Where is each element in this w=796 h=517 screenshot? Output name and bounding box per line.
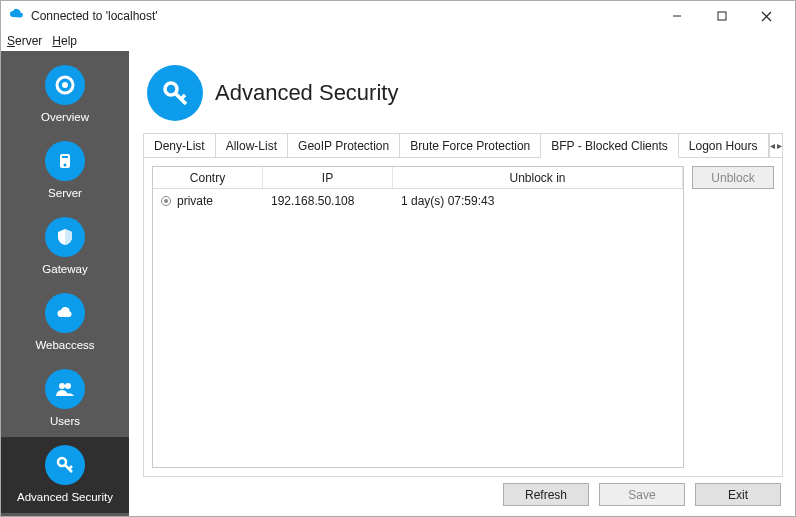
- overview-icon: [45, 65, 85, 105]
- cell-unblock-in: 1 day(s) 07:59:43: [393, 194, 683, 208]
- globe-icon: [161, 196, 171, 206]
- page-title: Advanced Security: [215, 80, 398, 106]
- titlebar: Connected to 'localhost': [1, 1, 795, 31]
- chevron-left-icon: ◂: [770, 140, 775, 151]
- main: Advanced Security Deny-List Allow-List G…: [129, 51, 795, 516]
- svg-point-8: [64, 164, 67, 167]
- footer: Refresh Save Exit: [143, 477, 783, 508]
- sidebar-item-server[interactable]: Server: [1, 133, 129, 209]
- maximize-button[interactable]: [699, 2, 744, 30]
- menu-help[interactable]: Help: [52, 34, 77, 48]
- sidebar-item-label: Webaccess: [35, 339, 94, 351]
- tab-panel: Contry IP Unblock in private 192.168.50.…: [144, 158, 782, 476]
- page-header: Advanced Security: [147, 65, 783, 121]
- svg-line-13: [69, 466, 72, 469]
- cell-ip: 192.168.50.108: [263, 194, 393, 208]
- svg-rect-1: [718, 12, 726, 20]
- sidebar-item-label: Users: [50, 415, 80, 427]
- column-header-unblock-in[interactable]: Unblock in: [393, 167, 683, 188]
- table-actions: Unblock: [692, 166, 774, 468]
- sidebar-item-overview[interactable]: Overview: [1, 57, 129, 133]
- refresh-button[interactable]: Refresh: [503, 483, 589, 506]
- sidebar-item-label: Overview: [41, 111, 89, 123]
- app-icon: [7, 7, 25, 25]
- table-body: private 192.168.50.108 1 day(s) 07:59:43: [153, 189, 683, 467]
- tab-scroll-buttons[interactable]: ◂ ▸: [769, 134, 783, 158]
- key-icon: [45, 445, 85, 485]
- tab-strip: Deny-List Allow-List GeoIP Protection Br…: [144, 134, 782, 158]
- svg-point-5: [62, 82, 68, 88]
- users-icon: [45, 369, 85, 409]
- minimize-button[interactable]: [654, 2, 699, 30]
- sidebar-item-label: Server: [48, 187, 82, 199]
- cloud-icon: [45, 293, 85, 333]
- table-row[interactable]: private 192.168.50.108 1 day(s) 07:59:43: [153, 189, 683, 213]
- svg-point-10: [65, 383, 71, 389]
- cell-country: private: [153, 194, 263, 208]
- sidebar-item-webaccess[interactable]: Webaccess: [1, 285, 129, 361]
- sidebar-item-users[interactable]: Users: [1, 361, 129, 437]
- window-controls: [654, 2, 789, 30]
- column-header-country[interactable]: Contry: [153, 167, 263, 188]
- tab-control: Deny-List Allow-List GeoIP Protection Br…: [143, 133, 783, 477]
- chevron-right-icon: ▸: [777, 140, 782, 151]
- close-button[interactable]: [744, 2, 789, 30]
- cell-country-text: private: [177, 194, 213, 208]
- body: Overview Server Gateway Webaccess: [1, 51, 795, 516]
- sidebar-item-gateway[interactable]: Gateway: [1, 209, 129, 285]
- tab-brute-force[interactable]: Brute Force Protection: [400, 134, 541, 158]
- tab-allow-list[interactable]: Allow-List: [216, 134, 288, 158]
- tab-deny-list[interactable]: Deny-List: [144, 134, 216, 158]
- tab-bfp-blocked-clients[interactable]: BFP - Blocked Clients: [541, 134, 679, 158]
- svg-point-9: [59, 383, 65, 389]
- table-header: Contry IP Unblock in: [153, 167, 683, 189]
- unblock-button[interactable]: Unblock: [692, 166, 774, 189]
- exit-button[interactable]: Exit: [695, 483, 781, 506]
- column-header-ip[interactable]: IP: [263, 167, 393, 188]
- sidebar-item-advanced-security[interactable]: Advanced Security: [1, 437, 129, 513]
- sidebar: Overview Server Gateway Webaccess: [1, 51, 129, 516]
- shield-icon: [45, 217, 85, 257]
- tab-geoip[interactable]: GeoIP Protection: [288, 134, 400, 158]
- save-button[interactable]: Save: [599, 483, 685, 506]
- key-icon: [147, 65, 203, 121]
- server-icon: [45, 141, 85, 181]
- sidebar-item-label: Gateway: [42, 263, 87, 275]
- menu-server[interactable]: Server: [7, 34, 42, 48]
- svg-line-16: [181, 95, 185, 99]
- window-title: Connected to 'localhost': [31, 9, 654, 23]
- svg-rect-7: [62, 156, 68, 158]
- tab-logon-hours[interactable]: Logon Hours: [679, 134, 769, 158]
- sidebar-item-label: Advanced Security: [17, 491, 113, 503]
- blocked-clients-table: Contry IP Unblock in private 192.168.50.…: [152, 166, 684, 468]
- menubar: Server Help: [1, 31, 795, 51]
- app-window: Connected to 'localhost' Server Help Ove…: [0, 0, 796, 517]
